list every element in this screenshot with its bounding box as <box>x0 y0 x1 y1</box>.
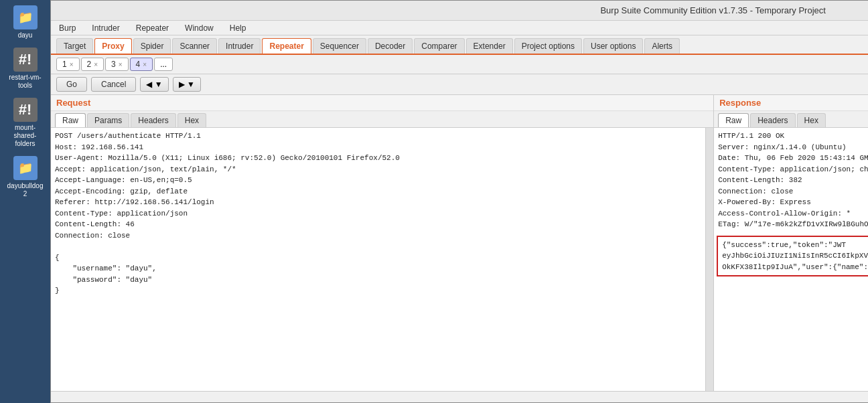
repeater-tab-4[interactable]: 4 × <box>130 58 153 71</box>
status-bar: https://blog.csdn.net/45301745 <box>51 391 868 402</box>
hash-icon-2: #! <box>13 98 38 122</box>
menu-help[interactable]: Help <box>227 23 249 33</box>
request-tab-params[interactable]: Params <box>87 113 129 127</box>
menu-window[interactable]: Window <box>182 23 216 33</box>
close-tab-3-icon[interactable]: × <box>119 61 123 68</box>
nav-back-icon: ◀ ▼ <box>146 80 162 89</box>
tab-intruder[interactable]: Intruder <box>218 38 261 54</box>
app-window: Burp Suite Community Edition v1.7.35 - T… <box>50 0 868 403</box>
repeater-sub-tab-bar: 1 × 2 × 3 × 4 × ... <box>51 55 868 74</box>
toolbar: Go Cancel ◀ ▼ ▶ ▼ Target: http://192.168… <box>51 74 868 95</box>
request-code-area[interactable]: POST /users/authenticate HTTP/1.1 Host: … <box>51 128 705 391</box>
request-panel: Request Raw Params Headers Hex POST /use… <box>51 95 714 391</box>
desktop-icon-dayu-label: dayu <box>18 31 33 39</box>
title-bar: Burp Suite Community Edition v1.7.35 - T… <box>51 1 868 21</box>
response-panel-title: Response <box>714 95 868 111</box>
request-tab-hex[interactable]: Hex <box>177 113 206 127</box>
repeater-tab-2[interactable]: 2 × <box>81 58 104 71</box>
go-button[interactable]: Go <box>56 77 87 92</box>
main-tab-bar: Target Proxy Spider Scanner Intruder Rep… <box>51 35 868 55</box>
response-content[interactable]: HTTP/1.1 200 OK Server: nginx/1.14.0 (Ub… <box>714 128 868 391</box>
menu-intruder[interactable]: Intruder <box>89 23 122 33</box>
response-top-content: HTTP/1.1 200 OK Server: nginx/1.14.0 (Ub… <box>714 128 868 233</box>
tab-spider[interactable]: Spider <box>133 38 171 54</box>
tab-project-options[interactable]: Project options <box>514 38 582 54</box>
close-tab-4-icon[interactable]: × <box>143 61 147 68</box>
close-tab-1-icon[interactable]: × <box>70 61 74 68</box>
close-tab-2-icon[interactable]: × <box>94 61 98 68</box>
desktop-icon-restart[interactable]: #! restart-vm-tools <box>5 48 46 90</box>
tab-alerts[interactable]: Alerts <box>644 38 680 54</box>
request-tab-raw[interactable]: Raw <box>55 113 86 127</box>
tab-comparer[interactable]: Comparer <box>414 38 464 54</box>
desktop-icon-mount[interactable]: #! mount-shared-folders <box>5 98 46 148</box>
tab-sequencer[interactable]: Sequencer <box>313 38 366 54</box>
request-inner-tab-bar: Raw Params Headers Hex <box>51 111 713 128</box>
repeater-tab-3[interactable]: 3 × <box>105 58 129 71</box>
nav-back-button[interactable]: ◀ ▼ <box>140 77 168 92</box>
nav-fwd-button[interactable]: ▶ ▼ <box>173 77 201 92</box>
response-tab-raw[interactable]: Raw <box>718 113 749 127</box>
tab-scanner[interactable]: Scanner <box>172 38 217 54</box>
nav-fwd-icon: ▶ ▼ <box>179 80 195 89</box>
desktop-icon-dayubulldog-label: dayubulldog 2 <box>5 182 46 198</box>
desktop-icon-dayubulldog[interactable]: 📁 dayubulldog 2 <box>5 156 46 198</box>
request-tab-headers[interactable]: Headers <box>131 113 175 127</box>
response-highlighted-content: {"success":true,"token":"JWT eyJhbGciOiJ… <box>717 236 868 277</box>
desktop-icon-restart-label: restart-vm-tools <box>5 74 46 90</box>
folder-icon: 📁 <box>13 5 38 29</box>
tab-decoder[interactable]: Decoder <box>368 38 413 54</box>
tab-proxy[interactable]: Proxy <box>94 38 131 54</box>
tab-repeater[interactable]: Repeater <box>262 38 311 54</box>
desktop-sidebar: 📁 dayu #! restart-vm-tools #! mount-shar… <box>0 0 50 403</box>
request-code-area-wrapper: POST /users/authenticate HTTP/1.1 Host: … <box>51 128 713 391</box>
repeater-tab-1[interactable]: 1 × <box>56 58 80 71</box>
menu-bar: Burp Intruder Repeater Window Help <box>51 21 868 35</box>
response-tab-hex[interactable]: Hex <box>797 113 826 127</box>
menu-burp[interactable]: Burp <box>56 23 78 33</box>
main-content: Request Raw Params Headers Hex POST /use… <box>51 95 868 391</box>
request-panel-title: Request <box>51 95 713 111</box>
response-panel: Response Raw Headers Hex HTTP/1.1 200 OK… <box>714 95 868 391</box>
desktop-icon-mount-label: mount-shared-folders <box>5 124 46 148</box>
tab-target[interactable]: Target <box>56 38 93 54</box>
response-inner-tab-bar: Raw Headers Hex <box>714 111 868 128</box>
response-tab-headers[interactable]: Headers <box>750 113 795 127</box>
folder-icon-2: 📁 <box>13 156 38 180</box>
tab-user-options[interactable]: User options <box>583 38 643 54</box>
hash-icon-1: #! <box>13 48 38 72</box>
repeater-tab-ellipsis[interactable]: ... <box>154 58 173 71</box>
request-scrollbar[interactable] <box>705 128 713 391</box>
window-title: Burp Suite Community Edition v1.7.35 - T… <box>96 5 868 15</box>
tab-extender[interactable]: Extender <box>466 38 513 54</box>
cancel-button[interactable]: Cancel <box>91 77 136 92</box>
menu-repeater[interactable]: Repeater <box>133 23 171 33</box>
desktop-icon-dayu[interactable]: 📁 dayu <box>5 5 46 39</box>
